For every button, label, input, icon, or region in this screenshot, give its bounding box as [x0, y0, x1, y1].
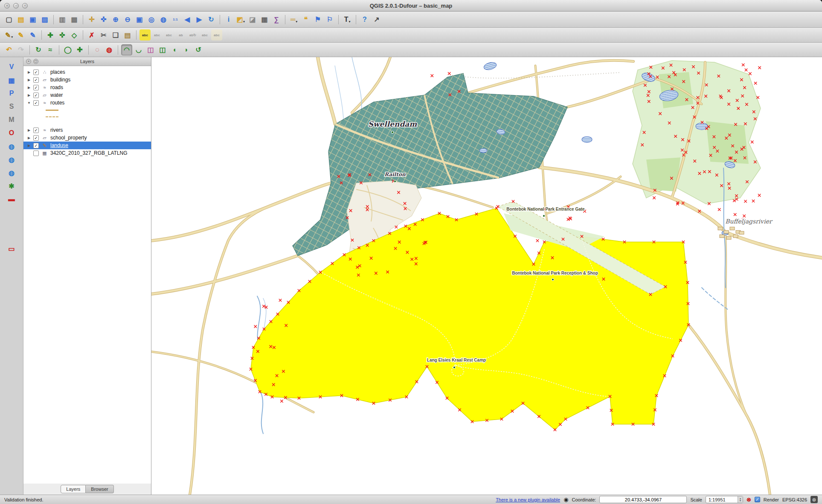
undo[interactable]: ↶: [3, 44, 15, 55]
layer-item-water[interactable]: ▶▱water: [23, 91, 151, 99]
composer-manager[interactable]: ▩: [69, 14, 80, 25]
plugin-manager-icon[interactable]: ◉: [563, 496, 568, 503]
close-window-button[interactable]: ×: [4, 3, 10, 9]
layers-panel-header[interactable]: × ◻ Layers: [23, 57, 151, 66]
add-postgis-layer[interactable]: P: [6, 88, 17, 99]
stop-rendering-icon[interactable]: ⊗: [746, 496, 751, 503]
labeling-options[interactable]: abc: [139, 29, 151, 41]
layer-item-roads[interactable]: ▶≈roads: [23, 84, 151, 91]
plugin-update-link[interactable]: There is a new plugin available: [496, 497, 560, 502]
layer-item-routes[interactable]: ▼≈routes: [23, 99, 151, 107]
paste-features[interactable]: ▤: [122, 29, 133, 41]
rotate-point-symbols[interactable]: ↺: [193, 44, 204, 55]
text-annotation[interactable]: T▾: [342, 14, 353, 25]
delete-ring[interactable]: ◌: [92, 44, 103, 55]
layer-visibility-checkbox[interactable]: [33, 127, 39, 133]
deselect-features[interactable]: ◪: [247, 14, 258, 25]
layer-item-places[interactable]: ▶∴places: [23, 68, 151, 76]
label-toolbar-pin[interactable]: abc: [151, 29, 163, 41]
current-edits[interactable]: ✎▾: [3, 29, 15, 41]
rotate-feature[interactable]: ↻: [33, 44, 44, 55]
zoom-last[interactable]: ◀: [182, 14, 193, 25]
offset-curve[interactable]: ◠: [121, 44, 132, 55]
layer-item-3420C_2010_327_RGB_LATLNG[interactable]: ▦3420C_2010_327_RGB_LATLNG: [23, 149, 151, 157]
layer-visibility-checkbox[interactable]: [33, 143, 39, 148]
layer-item-school_property[interactable]: ▶▱school_property: [23, 134, 151, 142]
label-properties[interactable]: abc: [211, 29, 222, 41]
layer-visibility-checkbox[interactable]: [33, 77, 39, 83]
add-ring[interactable]: ◯: [62, 44, 73, 55]
merge-attributes[interactable]: ◗: [181, 44, 192, 55]
save-project-as[interactable]: ▨: [39, 14, 50, 25]
titlebar[interactable]: × − + QGIS 2.0.1-Dufour – basic_map: [0, 0, 822, 12]
dropdown-arrow-icon[interactable]: ▾: [243, 20, 245, 25]
refresh-map[interactable]: ↻: [206, 14, 217, 25]
expand-arrow-icon[interactable]: ▼: [27, 101, 31, 105]
measure[interactable]: ═▾: [288, 14, 299, 25]
add-raster-layer[interactable]: ▦: [6, 75, 17, 86]
zoom-full-extent[interactable]: ▣: [134, 14, 145, 25]
new-bookmark[interactable]: ⚑: [312, 14, 323, 25]
toggle-editing[interactable]: ✎: [15, 29, 26, 41]
db-manager[interactable]: ▭: [6, 243, 17, 254]
whats-this[interactable]: ↗: [371, 14, 382, 25]
add-part[interactable]: ✚: [74, 44, 85, 55]
pan-map[interactable]: ✛: [86, 14, 97, 25]
split-parts[interactable]: ◫: [145, 44, 156, 55]
open-project[interactable]: ▤: [15, 14, 26, 25]
panel-close-icon[interactable]: ×: [26, 59, 31, 64]
zoom-to-selection[interactable]: ◎: [146, 14, 157, 25]
layer-item-landuse[interactable]: ▶✎landuse: [23, 142, 151, 149]
layer-visibility-checkbox[interactable]: [33, 85, 39, 90]
rotate-label[interactable]: ab↻: [187, 29, 198, 41]
new-project[interactable]: ▢: [3, 14, 15, 25]
dropdown-arrow-icon[interactable]: ▾: [11, 35, 13, 41]
reshape-features[interactable]: ◡: [133, 44, 144, 55]
layer-visibility-checkbox[interactable]: [33, 151, 39, 156]
zoom-out[interactable]: ⊖: [122, 14, 133, 25]
map-tips[interactable]: ❝: [300, 14, 311, 25]
add-feature[interactable]: ✚: [45, 29, 56, 41]
help-contents[interactable]: ?: [359, 14, 370, 25]
layer-item-rivers[interactable]: ▶≈rivers: [23, 126, 151, 134]
delete-selected[interactable]: ✗: [86, 29, 97, 41]
add-wcs-layer[interactable]: ◍: [6, 154, 17, 165]
zoom-to-layer[interactable]: ◍: [158, 14, 169, 25]
expand-arrow-icon[interactable]: ▶: [27, 78, 31, 82]
scale-combo[interactable]: 1:19951 ▲▼: [706, 496, 743, 503]
coordinate-input[interactable]: [599, 496, 687, 503]
map-view[interactable]: SwellendamRailtonBontebok National Park …: [151, 57, 822, 495]
node-tool[interactable]: ◇: [69, 29, 80, 41]
zoom-window-button[interactable]: +: [22, 3, 28, 9]
minimize-window-button[interactable]: −: [13, 3, 19, 9]
add-wfs-layer[interactable]: ◍: [6, 167, 17, 178]
layer-symbology-item[interactable]: [23, 107, 151, 113]
zoom-actual-size[interactable]: 1:1: [170, 14, 181, 25]
expand-arrow-icon[interactable]: ▶: [27, 128, 31, 132]
select-features[interactable]: ◩▾: [235, 14, 246, 25]
simplify-feature[interactable]: ≈: [45, 44, 56, 55]
open-attribute-table[interactable]: ▦: [259, 14, 270, 25]
split-features[interactable]: ◫: [157, 44, 168, 55]
crs-status-icon[interactable]: ◍: [810, 496, 818, 503]
new-shapefile-layer[interactable]: ✱: [6, 180, 17, 191]
expand-arrow-icon[interactable]: ▶: [27, 93, 31, 97]
copy-features[interactable]: ❏: [110, 29, 121, 41]
identify-features[interactable]: i: [223, 14, 234, 25]
redo[interactable]: ↷: [15, 44, 26, 55]
show-hide-labels[interactable]: abc: [163, 29, 174, 41]
add-wms-layer[interactable]: ◍: [6, 141, 17, 152]
add-spatialite-layer[interactable]: S: [6, 101, 17, 112]
layer-item-buildings[interactable]: ▶▱buildings: [23, 76, 151, 84]
new-print-composer[interactable]: ▥: [57, 14, 68, 25]
layer-visibility-checkbox[interactable]: [33, 70, 39, 75]
layer-visibility-checkbox[interactable]: [33, 135, 39, 141]
field-calculator[interactable]: ∑: [271, 14, 282, 25]
layer-visibility-checkbox[interactable]: [33, 93, 39, 98]
add-vector-layer[interactable]: V: [6, 61, 17, 72]
tab-layers[interactable]: Layers: [61, 485, 86, 493]
tab-browser[interactable]: Browser: [86, 485, 113, 493]
dropdown-arrow-icon[interactable]: ▾: [349, 20, 351, 25]
move-label[interactable]: ab: [175, 29, 186, 41]
panel-float-icon[interactable]: ◻: [33, 59, 38, 64]
